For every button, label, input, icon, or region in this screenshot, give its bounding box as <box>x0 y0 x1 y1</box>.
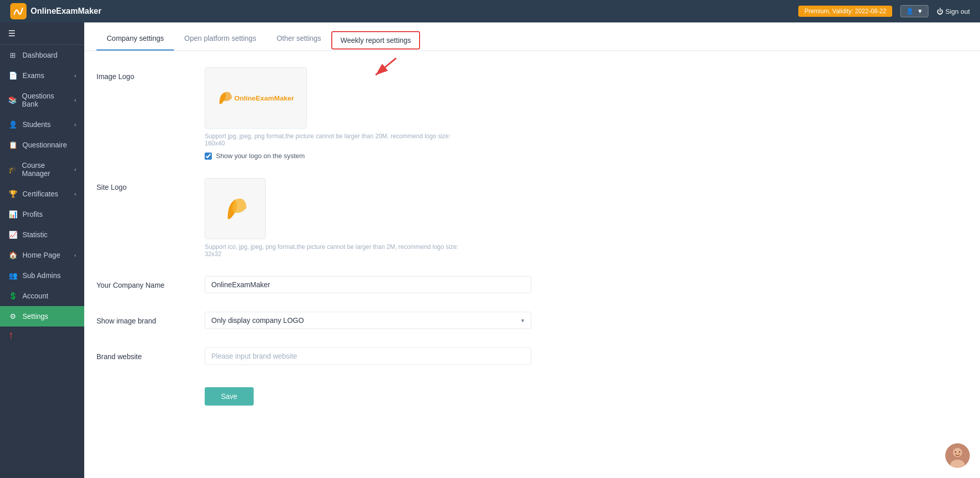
sidebar-item-questionnaire[interactable]: 📋 Questionnaire <box>0 135 84 155</box>
chevron-icon: ‹ <box>75 97 76 103</box>
company-name-control <box>205 276 684 293</box>
site-logo-control: Support ico, jpg, jpeg, png format,the p… <box>205 178 684 258</box>
site-logo-row: Site Logo Support ico, jpg, jpeg, png fo… <box>96 178 684 258</box>
menu-toggle[interactable]: ☰ <box>0 22 84 45</box>
sidebar-item-exams[interactable]: 📄 Exams ‹ <box>0 65 84 86</box>
sidebar-item-account[interactable]: 💲 Account <box>0 286 84 306</box>
main-layout: ☰ ⊞ Dashboard 📄 Exams ‹ 📚 Questions Bank… <box>0 22 980 478</box>
show-image-brand-wrapper: Only display company LOGO Display compan… <box>205 312 531 329</box>
svg-line-2 <box>376 58 396 75</box>
home-icon: 🏠 <box>8 251 17 259</box>
topbar-right: Premium, Validity: 2022-08-22 👤 ▼ ⏻ Sign… <box>798 5 970 17</box>
user-avatar[interactable] <box>945 443 970 468</box>
sidebar-item-questions-bank[interactable]: 📚 Questions Bank ‹ <box>0 86 84 114</box>
company-name-label: Your Company Name <box>96 276 188 289</box>
show-image-brand-select[interactable]: Only display company LOGO Display compan… <box>205 312 531 329</box>
sign-out-label: Sign out <box>945 8 970 15</box>
sidebar-item-dashboard[interactable]: ⊞ Dashboard <box>0 45 84 65</box>
red-arrow-icon <box>371 56 401 81</box>
avatar-svg <box>945 443 970 468</box>
profits-icon: 📊 <box>8 210 17 218</box>
sidebar-item-certificates[interactable]: 🏆 Certificates ‹ <box>0 184 84 204</box>
svg-point-8 <box>959 451 961 453</box>
sidebar-item-label: Certificates <box>22 190 58 198</box>
svg-point-7 <box>955 451 957 453</box>
sidebar-item-label: Settings <box>22 312 48 320</box>
course-icon: 🎓 <box>8 165 17 173</box>
sidebar-item-label: Account <box>22 292 48 300</box>
sidebar-item-course-manager[interactable]: 🎓 Course Manager ‹ <box>0 155 84 184</box>
oem-logo-svg: OnlineExamMaker <box>217 88 294 108</box>
company-name-row: Your Company Name <box>96 276 684 293</box>
brand-website-label: Brand website <box>96 347 188 361</box>
settings-arrow-indicator: ↑ <box>0 326 84 344</box>
show-logo-checkbox[interactable] <box>205 153 212 160</box>
tab-open-platform[interactable]: Open platform settings <box>174 27 266 51</box>
account-icon: 💲 <box>8 292 17 300</box>
chevron-icon: ‹ <box>75 167 76 172</box>
show-image-brand-row: Show image brand Only display company LO… <box>96 312 684 329</box>
site-logo-svg <box>220 193 251 224</box>
sidebar-item-label: Statistic <box>22 231 47 239</box>
sidebar-item-label: Profits <box>22 210 43 218</box>
sidebar-item-label: Exams <box>22 71 44 80</box>
content-area: Company settings Open platform settings … <box>84 22 980 478</box>
sidebar-item-label: Course Manager <box>22 161 69 178</box>
sidebar-item-label: Students <box>22 120 51 129</box>
sidebar-item-students[interactable]: 👤 Students ‹ <box>0 114 84 135</box>
chevron-icon: ‹ <box>75 73 76 79</box>
site-logo-label: Site Logo <box>96 178 188 191</box>
sidebar-item-statistic[interactable]: 📈 Statistic <box>0 224 84 245</box>
image-logo-control: OnlineExamMaker Support jpg, jpeg, png f… <box>205 67 684 160</box>
topbar: OnlineExamMaker Premium, Validity: 2022-… <box>0 0 980 22</box>
user-selector[interactable]: 👤 ▼ <box>900 5 928 17</box>
logo-upload-box[interactable]: OnlineExamMaker <box>205 67 307 129</box>
premium-badge: Premium, Validity: 2022-08-22 <box>798 6 893 17</box>
questionnaire-icon: 📋 <box>8 141 17 149</box>
statistic-icon: 📈 <box>8 231 17 239</box>
sidebar-item-sub-admins[interactable]: 👥 Sub Admins <box>0 265 84 286</box>
show-logo-label: Show your logo on the system <box>216 152 305 160</box>
sidebar-item-label: Sub Admins <box>22 271 61 280</box>
tabs-bar: Company settings Open platform settings … <box>84 22 980 51</box>
certificates-icon: 🏆 <box>8 190 17 198</box>
tab-weekly-report[interactable]: Weekly report settings <box>331 31 420 49</box>
tab-company-settings[interactable]: Company settings <box>96 27 174 51</box>
brand-logo[interactable]: OnlineExamMaker <box>10 3 102 19</box>
company-name-input[interactable] <box>205 276 531 293</box>
settings-icon: ⚙ <box>8 312 17 320</box>
brand-website-row: Brand website <box>96 347 684 365</box>
sidebar-item-home-page[interactable]: 🏠 Home Page ‹ <box>0 245 84 265</box>
site-logo-upload-box[interactable] <box>205 178 266 239</box>
image-logo-row: Image Logo OnlineExamMaker <box>96 67 684 160</box>
image-logo-hint: Support jpg, jpeg, png format,the pictur… <box>205 133 470 147</box>
brand-website-control <box>205 347 684 365</box>
tab-other-settings[interactable]: Other settings <box>266 27 331 51</box>
dashboard-icon: ⊞ <box>8 51 17 59</box>
sidebar-item-label: Home Page <box>22 251 60 259</box>
form-content: Image Logo OnlineExamMaker <box>84 51 697 478</box>
sidebar-item-profits[interactable]: 📊 Profits <box>0 204 84 224</box>
sign-out-button[interactable]: ⏻ Sign out <box>937 8 970 15</box>
user-avatar-small: 👤 <box>906 8 914 15</box>
svg-text:OnlineExamMaker: OnlineExamMaker <box>234 94 294 102</box>
show-image-brand-label: Show image brand <box>96 312 188 325</box>
chevron-icon: ‹ <box>75 122 76 128</box>
image-logo-label: Image Logo <box>96 67 188 81</box>
chevron-icon: ‹ <box>75 191 76 197</box>
show-logo-row: Show your logo on the system <box>205 152 684 160</box>
sidebar-item-label: Dashboard <box>22 51 58 59</box>
sidebar-item-settings[interactable]: ⚙ Settings <box>0 306 84 326</box>
chevron-icon: ‹ <box>75 253 76 258</box>
hamburger-icon: ☰ <box>8 29 15 38</box>
students-icon: 👤 <box>8 120 17 129</box>
sub-admins-icon: 👥 <box>8 271 17 280</box>
save-row: Save <box>96 383 684 406</box>
save-button[interactable]: Save <box>205 387 254 406</box>
brand-name: OnlineExamMaker <box>31 7 102 16</box>
exams-icon: 📄 <box>8 71 17 80</box>
sidebar-item-label: Questionnaire <box>22 141 67 149</box>
questions-bank-icon: 📚 <box>8 96 17 104</box>
sidebar: ☰ ⊞ Dashboard 📄 Exams ‹ 📚 Questions Bank… <box>0 22 84 478</box>
brand-website-input[interactable] <box>205 347 531 365</box>
